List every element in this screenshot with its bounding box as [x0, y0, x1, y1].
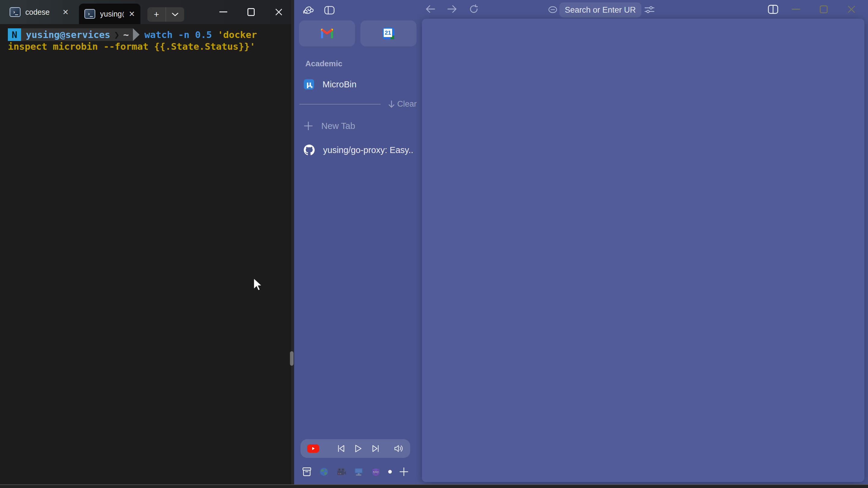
clear-label: Clear: [397, 99, 417, 109]
essential-tab-gmail[interactable]: [299, 21, 355, 46]
taskbar-edge: [0, 484, 868, 488]
terminal-tab-bar: ›_ codese ✕ ›_ yusing@ ✕ +: [0, 0, 293, 24]
movie-camera-icon[interactable]: [336, 466, 347, 477]
reload-button[interactable]: [469, 4, 478, 14]
browser-minimize-button[interactable]: [784, 0, 808, 19]
zen-logo-icon[interactable]: [303, 5, 314, 15]
browser-maximize-button[interactable]: [812, 0, 835, 19]
tab-close-icon[interactable]: ✕: [62, 8, 69, 17]
devil-icon[interactable]: [371, 466, 381, 477]
prompt-segment: yusing@services ❯ ~: [21, 28, 133, 41]
powerline-arrow-icon: [133, 28, 140, 41]
volume-icon[interactable]: [394, 444, 404, 453]
nushell-badge: N: [8, 28, 21, 41]
browser-close-button[interactable]: [840, 0, 863, 19]
terminal-prompt: N yusing@services ❯ ~ watch -n 0.5 'dock…: [8, 28, 257, 41]
sidebar-tab-go-proxy[interactable]: yusing/go-proxy: Easy...: [301, 141, 415, 158]
browser-content-area[interactable]: [422, 19, 864, 482]
google-calendar-icon: 21: [383, 28, 394, 39]
play-button[interactable]: [355, 444, 362, 453]
command-line-1: watch -n 0.5 'docker: [144, 29, 257, 40]
workspace-switcher: [301, 463, 410, 480]
tab-dropdown-button[interactable]: [166, 7, 184, 22]
prompt-chevron: ❯: [114, 29, 120, 40]
terminal-new-tab-group: +: [147, 7, 184, 22]
browser-window: Search or Enter URL... 21: [294, 0, 868, 488]
add-workspace-button[interactable]: [399, 466, 409, 477]
terminal-maximize-button[interactable]: [241, 0, 261, 24]
preferences-sliders-icon[interactable]: [644, 5, 655, 14]
resize-handle[interactable]: [290, 351, 293, 366]
tab-title: MicroBin: [322, 79, 356, 90]
previous-track-button[interactable]: [337, 444, 345, 453]
sidebar-toggle-icon[interactable]: [324, 6, 335, 14]
terminal-tab-title: codese: [25, 8, 50, 17]
desktop-computer-icon[interactable]: [353, 466, 364, 477]
divider: [299, 104, 381, 104]
link-icon[interactable]: [548, 6, 558, 13]
url-placeholder: Search or Enter URL...: [565, 5, 636, 15]
sidebar-tab-microbin[interactable]: μ MicroBin: [301, 76, 415, 93]
split-view-icon[interactable]: [768, 5, 778, 14]
microbin-icon: μ: [304, 79, 314, 90]
next-track-button[interactable]: [372, 444, 379, 453]
globe-icon[interactable]: [319, 466, 329, 477]
plus-icon: [304, 121, 313, 130]
terminal-tab-title: yusing@: [100, 10, 124, 19]
terminal-window: ›_ codese ✕ ›_ yusing@ ✕ + N yusing@s: [0, 0, 293, 488]
mouse-cursor: [252, 277, 264, 293]
workspace-indicator-dot[interactable]: [388, 470, 392, 474]
archive-box-icon[interactable]: [302, 466, 312, 477]
command-line-2: inspect microbin --format {{.State.Statu…: [8, 41, 255, 52]
gmail-icon: [320, 28, 334, 38]
terminal-tab-codese[interactable]: ›_ codese ✕: [4, 0, 74, 24]
terminal-tab-yusing[interactable]: ›_ yusing@ ✕: [79, 4, 141, 24]
essential-tab-google-calendar[interactable]: 21: [361, 21, 416, 46]
prompt-user: yusing@services: [26, 29, 110, 40]
arrow-down-icon: [388, 100, 395, 108]
sidebar-new-tab-button[interactable]: New Tab: [301, 118, 415, 134]
clear-tabs-button[interactable]: Clear: [388, 99, 417, 109]
new-tab-label: New Tab: [321, 121, 355, 131]
powershell-icon: ›_: [84, 9, 95, 19]
terminal-minimize-button[interactable]: [213, 0, 234, 24]
tab-close-icon[interactable]: ✕: [129, 10, 135, 19]
github-icon: [304, 144, 315, 156]
prompt-path: ~: [123, 29, 129, 40]
url-bar[interactable]: Search or Enter URL...: [559, 2, 641, 18]
workspace-section-label: Academic: [305, 59, 342, 68]
tab-title: yusing/go-proxy: Easy...: [323, 145, 413, 155]
terminal-close-button[interactable]: [268, 0, 289, 24]
forward-button[interactable]: [447, 5, 457, 13]
new-tab-button[interactable]: +: [147, 7, 166, 22]
back-button[interactable]: [426, 5, 435, 13]
youtube-icon[interactable]: [307, 444, 319, 453]
powershell-icon: ›_: [10, 7, 21, 17]
media-player: [301, 439, 410, 458]
window-divider[interactable]: [291, 0, 294, 488]
